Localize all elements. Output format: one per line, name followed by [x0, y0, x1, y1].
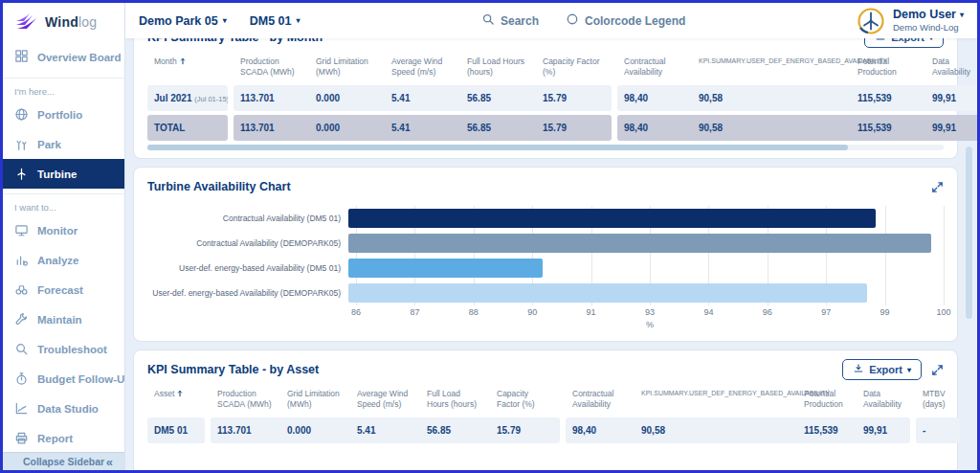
wrench-icon [14, 312, 29, 327]
park-selector-dropdown[interactable]: Demo Park 05 ▾ [139, 14, 227, 28]
header-group: Contractual AvailabilityKPI.SUMMARY.USER… [617, 55, 977, 79]
park-selector-value: Demo Park 05 [139, 14, 218, 28]
chart-category-label: Contractual Availability (DM5 01) [147, 214, 348, 223]
grid-icon [14, 49, 29, 65]
table-cell: 15.79 [536, 115, 612, 141]
sidebar-item-budget-follow-up[interactable]: Budget Follow-Up [3, 364, 124, 394]
stopwatch-icon [14, 372, 29, 386]
search-button[interactable]: Search [481, 12, 539, 29]
column-header: Average Wind Speed (m/s) [350, 387, 420, 412]
sidebar-item-analyze[interactable]: Analyze [3, 245, 124, 275]
table-row[interactable]: DM5 01113.7010.0005.4156.8515.7998,4090,… [147, 417, 944, 443]
sidebar-item-portfolio[interactable]: Portfolio [3, 100, 124, 129]
grid-icon [14, 49, 29, 63]
turbine-availability-chart-card: Turbine Availability Chart Contractual A… [133, 167, 958, 342]
sidebar-item-troubleshoot[interactable]: Troubleshoot [3, 334, 124, 364]
turbine-selector-value: DM5 01 [250, 14, 292, 28]
search-label: Search [501, 14, 539, 28]
header-group: MTBV (days) [916, 387, 960, 412]
table-cell: 5.41 [385, 85, 460, 111]
sidebar-item-label: Maintain [37, 314, 82, 326]
user-menu[interactable]: Demo User▾ Demo Wind-Log [857, 7, 964, 35]
table-row[interactable]: TOTAL113.7010.0005.4156.8515.7998,4090,5… [147, 115, 944, 141]
column-header: Potential Production [797, 387, 857, 412]
chart-bar-row: Contractual Availability (DM5 01) [147, 206, 944, 231]
sidebar-group-want: MonitorAnalyzeForecastMaintainTroublesho… [3, 215, 124, 453]
sidebar-item-monitor[interactable]: Monitor [3, 215, 124, 245]
header-group: Asset [147, 387, 205, 402]
table-cell: 56.85 [460, 115, 536, 141]
horizontal-scrollbar-thumb[interactable] [147, 145, 848, 150]
chart-bar-row: Contractual Availability (DEMOPARK05) [147, 231, 944, 256]
collapse-sidebar-button[interactable]: Collapse Sidebar « [3, 452, 124, 470]
table-cell: 99,91 [925, 85, 977, 111]
row-cell-group: 113.7010.0005.4156.8515.79 [234, 85, 612, 111]
table-cell: 0.000 [280, 417, 350, 443]
export-label: Export [869, 364, 902, 375]
download-icon [853, 363, 864, 374]
x-tick-label: 91 [587, 307, 596, 317]
table-cell: 5.41 [385, 115, 460, 141]
sidebar-section-i-want-to: I want to... [3, 193, 124, 215]
x-tick-label: 99 [880, 307, 890, 317]
x-tick-label: 86 [351, 307, 361, 317]
app-window: Windlog Overview Board I'm here... Portf… [0, 0, 980, 473]
row-label-cell: DM5 01 [147, 417, 205, 443]
sidebar-item-label: Overview Board [37, 52, 122, 63]
sidebar-item-report[interactable]: Report [3, 423, 124, 453]
row-cell-group: 98,4090,58115,53999,91 [617, 85, 977, 111]
table-cell: 90,58 [692, 85, 851, 111]
sidebar-item-label: Report [37, 433, 73, 444]
sidebar-item-park[interactable]: Park [3, 129, 124, 159]
sidebar-item-data-studio[interactable]: Data Studio [3, 394, 124, 423]
column-header: Potential Production [851, 55, 925, 79]
table-cell: 15.79 [490, 417, 560, 443]
top-bar: Demo Park 05 ▾ DM5 01 ▾ Search Colorcode… [125, 3, 977, 38]
analyze-icon [14, 253, 29, 267]
chart-title: Turbine Availability Chart [147, 180, 291, 193]
column-header: Grid Limitation (MWh) [280, 387, 350, 412]
gridline [944, 206, 945, 305]
chart-bar [348, 259, 543, 278]
sidebar-item-label: Troubleshoot [37, 344, 107, 355]
column-header[interactable]: Month [147, 55, 228, 70]
chart-bar [348, 209, 876, 228]
row-cell-group: - [916, 417, 960, 443]
colorcode-legend-button[interactable]: Colorcode Legend [566, 12, 685, 29]
table-cell: 113.701 [234, 115, 309, 141]
circle-legend-icon [566, 12, 579, 29]
table-cell: 115,539 [797, 417, 857, 443]
table-cell: 115,539 [851, 115, 925, 141]
sidebar-item-turbine[interactable]: Turbine [3, 159, 124, 189]
column-header[interactable]: Asset [147, 387, 205, 402]
column-header: Capacity Factor (%) [536, 55, 612, 79]
sidebar-item-overview-board[interactable]: Overview Board [3, 41, 124, 73]
x-tick-label: 97 [821, 307, 831, 317]
export-button[interactable]: Export ▾ [842, 359, 922, 380]
report-icon [14, 431, 29, 445]
kpi-asset-table: AssetProduction SCADA (MWh)Grid Limitati… [147, 387, 944, 443]
top-bar-center: Search Colorcode Legend [481, 12, 685, 29]
table-cell: 115,539 [851, 85, 925, 111]
column-header: Capacity Factor (%) [490, 387, 560, 412]
globe-icon [14, 107, 29, 122]
chevron-down-icon: ▾ [296, 16, 300, 25]
vertical-scrollbar-thumb[interactable] [966, 146, 972, 319]
table-row[interactable]: Jul 2021 (Jul 01-15)113.7010.0005.4156.8… [147, 85, 944, 111]
sidebar-item-maintain[interactable]: Maintain [3, 304, 124, 334]
main-content: KPI Summary Table - by Month Export ▾ Mo… [125, 38, 977, 470]
expand-icon[interactable] [931, 364, 944, 376]
header-group: Month [147, 55, 228, 70]
turbine-selector-dropdown[interactable]: DM5 01 ▾ [250, 14, 301, 28]
download-icon [875, 38, 886, 44]
expand-icon[interactable] [931, 181, 944, 193]
column-header: KPI.SUMMARY.USER_DEF_ENERGY_BASED_AVAILA… [635, 387, 797, 399]
table-cell: 98,40 [617, 85, 692, 111]
user-name: Demo User [893, 8, 956, 22]
chart-x-axis-label: % [356, 318, 944, 333]
chevron-down-icon: ▾ [223, 16, 227, 25]
export-button[interactable]: Export ▾ [864, 38, 944, 48]
column-header: Grid Limitation (MWh) [309, 55, 385, 79]
sidebar-item-forecast[interactable]: Forecast [3, 275, 124, 304]
column-header: Contractual Availability [566, 387, 635, 412]
